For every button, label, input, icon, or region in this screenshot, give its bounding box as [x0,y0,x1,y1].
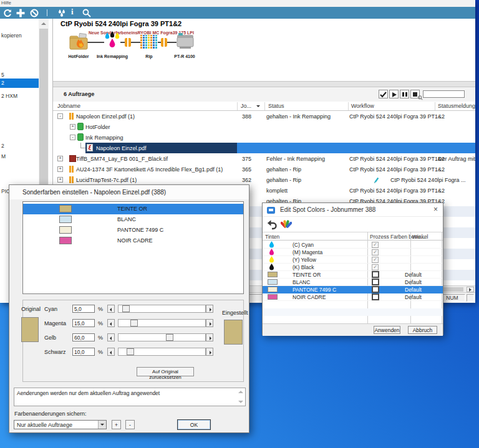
play-button[interactable] [389,90,399,98]
column-statusmeldung[interactable]: Statusmeldung [438,103,475,109]
checkbox-checked[interactable]: ✓ [372,257,379,263]
column-divider[interactable] [237,102,238,110]
spot-color-item[interactable]: NOIR CADRE [23,236,243,246]
slider-thumb[interactable] [122,305,130,312]
slider-left-icon[interactable] [107,348,115,356]
slider-right-icon[interactable] [206,305,213,313]
ink-row[interactable]: ✓(C) Cyan [263,241,443,249]
slider-right-icon[interactable] [206,319,213,327]
menu-help[interactable]: Hilfe [1,0,11,6]
search-icon[interactable] [82,9,91,17]
block-icon[interactable] [30,9,39,17]
channel-value-input[interactable]: 60,0 [72,333,95,341]
job-row[interactable]: +LucidTrapTest-7c.pdf (1)362gehalten - R… [53,174,475,185]
channel-slider[interactable] [118,348,206,356]
platesetter-icon[interactable] [177,32,194,52]
slider-left-icon[interactable] [107,305,115,313]
ink-row[interactable]: BLANCDefault [263,279,443,286]
ink-row[interactable]: ✓(M) Magenta [263,249,443,256]
hotfolder-icon[interactable] [69,32,89,54]
scroll-up-icon[interactable] [238,391,243,393]
slider-thumb[interactable] [130,320,138,326]
undo-icon[interactable] [266,219,277,232]
tree-expander-icon[interactable]: + [70,124,75,130]
save-scope-combo[interactable]: Nur aktuelle Auftraege [14,420,107,429]
job-row[interactable]: Napoleon Einzel.pdf [53,143,475,153]
apply-button[interactable]: Anwenden [374,326,400,334]
ink-row[interactable]: TEINTE ORDefault [263,271,443,279]
add-button[interactable]: + [112,420,121,429]
sidebar-item[interactable]: 2 HXM [1,93,17,99]
sidebar-selected-row[interactable] [0,79,39,88]
checkbox-unchecked[interactable] [372,293,379,300]
tree-expander-icon[interactable]: - [57,113,63,119]
job-row[interactable]: +HotFolder [53,122,475,132]
close-icon[interactable]: × [433,205,438,214]
sidebar-item[interactable]: 5 [1,72,4,78]
job-row[interactable]: -Ink Remapping [53,132,475,143]
checkbox-unchecked[interactable] [372,286,379,293]
checkbox-unchecked[interactable] [372,271,379,278]
info-icon[interactable]: i [71,7,74,17]
column-workflow[interactable]: Workflow [351,103,374,109]
job-row[interactable]: +AU24-1374 3F Kartonetikett A5 Incredibl… [53,164,475,174]
channel-slider[interactable] [118,305,206,313]
tree-expander-icon[interactable]: - [70,135,75,140]
job-row[interactable]: -Napoleon Einzel.pdf (1)388gehalten - In… [53,111,475,122]
slider-left-icon[interactable] [107,319,115,327]
slider-left-icon[interactable] [107,333,115,341]
spot-color-item[interactable]: TEINTE OR [23,204,243,214]
release-button[interactable] [379,90,388,98]
sidebar-item[interactable]: kopieren [1,32,22,39]
column-divider[interactable] [264,102,265,110]
tree-expander-icon[interactable]: + [57,156,63,161]
checkbox-checked[interactable]: ✓ [372,242,379,248]
remove-button[interactable]: - [125,420,135,429]
spot-color-item[interactable]: BLANC [23,214,243,225]
ink-row[interactable]: ✓(K) Black [263,264,443,271]
ok-button[interactable]: OK [177,419,211,430]
column-jobname[interactable]: Jobname [57,103,80,109]
sidebar-item[interactable]: M [1,153,6,160]
dialog-titlebar[interactable]: Edit Spot Colors - Jobnummer 388 × [263,203,443,217]
spot-color-item[interactable]: PANTONE 7499 C [23,225,243,236]
chevron-down-icon[interactable] [98,421,106,429]
channel-value-input[interactable]: 10,0 [72,348,95,356]
column-winkel[interactable]: Winkel [412,234,428,240]
splitter-bar[interactable] [53,81,475,87]
dialog-titlebar[interactable]: Sonderfarben einstellen - Napoleon Einze… [9,185,249,199]
channel-slider[interactable] [118,319,206,327]
slider-right-icon[interactable] [206,348,213,356]
channel-value-input[interactable]: 15,0 [72,319,95,327]
scroll-right-icon[interactable] [467,287,474,292]
slider-thumb[interactable] [127,348,134,355]
cancel-button[interactable]: Abbruch [408,326,437,334]
channel-slider[interactable] [118,333,206,341]
checkbox-checked[interactable]: ✓ [372,249,379,255]
pause-button[interactable] [400,90,409,98]
column-tinten[interactable]: Tinten [265,234,279,240]
scroll-up-icon[interactable] [39,19,49,29]
ink-row[interactable]: PANTONE 7499 CDefault [263,286,443,293]
tree-expander-icon[interactable]: + [57,177,63,183]
ink-icon[interactable] [57,9,66,17]
sort-arrow-icon[interactable] [256,105,260,109]
column-status[interactable]: Status [268,103,284,109]
ink-drops-icon[interactable] [104,31,120,54]
channel-value-input[interactable]: 5,0 [72,305,95,313]
color-fan-icon[interactable] [281,219,292,232]
checkbox-unchecked[interactable] [372,279,379,285]
sidebar-item[interactable]: 2 [1,143,4,149]
ink-row[interactable]: ✓(Y) Yellow [263,256,443,264]
job-search-input[interactable] [423,90,465,98]
rip-grid-icon[interactable] [140,35,158,49]
column-divider[interactable] [348,102,349,110]
reset-original-button[interactable]: Auf Original zuruecksetzen [137,367,194,376]
ink-row[interactable]: NOIR CADREDefault [263,293,443,301]
column-jobnr[interactable]: Jo... [241,103,251,109]
column-divider[interactable] [435,102,435,110]
tree-expander-icon[interactable]: + [57,166,63,172]
checkbox-checked[interactable]: ✓ [372,264,379,270]
slider-right-icon[interactable] [206,333,213,341]
slider-thumb[interactable] [166,334,173,341]
